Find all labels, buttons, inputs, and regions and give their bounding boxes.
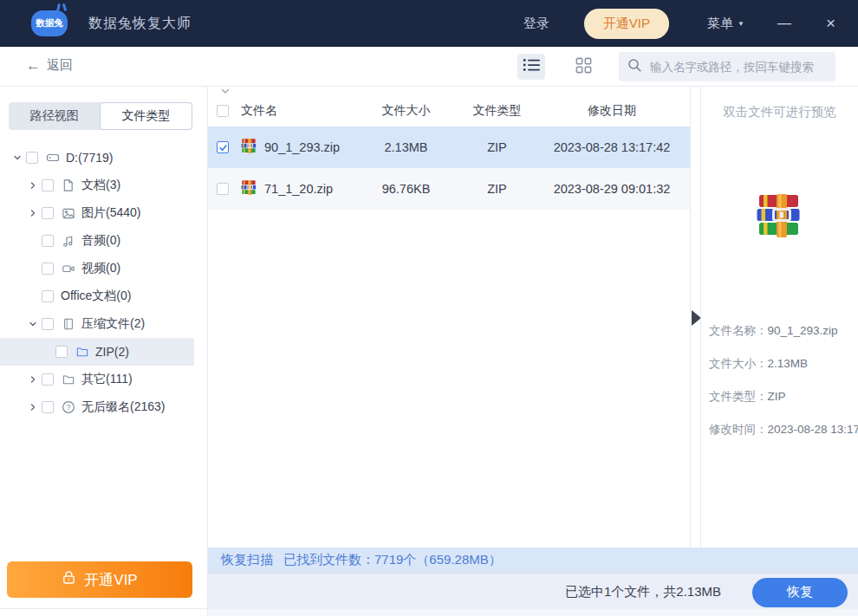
detail-modified-time: 修改时间：2023-08-28 13:17:42 [709, 423, 858, 437]
winrar-preview-icon [757, 194, 803, 241]
tab-file-type[interactable]: 文件类型 [100, 102, 192, 130]
open-vip-pill-button[interactable]: 开通VIP [584, 9, 669, 39]
file-type: ZIP [452, 182, 543, 196]
file-type: ZIP [452, 140, 543, 154]
app-window: 数据兔 数据兔恢复大师 登录 开通VIP 菜单 ▼ — × ← 返回 [0, 0, 858, 616]
tree-item-audio[interactable]: 音频(0) [0, 227, 194, 255]
tree-item-documents[interactable]: 文档(3) [0, 172, 194, 199]
tree-checkbox[interactable] [26, 152, 38, 164]
list-view-icon [523, 58, 541, 75]
video-camera-icon [61, 262, 75, 276]
table-row[interactable]: 90_1_293.zip 2.13MB ZIP 2023-08-28 13:17… [208, 126, 690, 168]
file-name: 90_1_293.zip [264, 140, 340, 154]
drive-icon [45, 151, 60, 165]
file-size: 96.76KB [361, 182, 452, 196]
tree-label: Office文档(0) [61, 289, 131, 304]
select-all-checkbox[interactable] [217, 105, 229, 117]
tree-checkbox[interactable] [42, 179, 54, 191]
app-title: 数据兔恢复大师 [88, 15, 192, 33]
login-button[interactable]: 登录 [523, 16, 549, 32]
chevron-placeholder [26, 262, 40, 276]
chevron-down-icon[interactable] [26, 317, 40, 331]
chevron-placeholder [26, 234, 40, 248]
chevron-down-icon: ▼ [738, 20, 744, 28]
table-header: 文件名 文件大小 文件类型 修改日期 [208, 95, 690, 126]
chevron-right-icon[interactable] [26, 373, 40, 386]
tree-checkbox[interactable] [42, 263, 54, 275]
tree-checkbox[interactable] [42, 290, 54, 302]
open-vip-button[interactable]: 开通VIP [7, 561, 192, 598]
preview-panel: 双击文件可进行预览 文件名称：90_1_293.zip 文件大小：2.13MB … [700, 87, 858, 548]
close-button[interactable]: × [826, 14, 835, 33]
row-checkbox[interactable] [217, 183, 229, 195]
menu-label: 菜单 [707, 16, 733, 32]
tree-checkbox[interactable] [42, 207, 54, 219]
file-name: 71_1_20.zip [264, 182, 333, 196]
list-view-button[interactable] [517, 54, 545, 80]
preview-hint: 双击文件可进行预览 [701, 104, 858, 120]
tree-item-video[interactable]: 视频(0) [0, 255, 194, 282]
file-modified: 2023-08-29 09:01:32 [543, 182, 681, 196]
found-files-text: 已找到文件数：7719个（659.28MB） [283, 552, 502, 568]
back-label: 返回 [47, 57, 73, 74]
search-input[interactable] [648, 60, 827, 75]
search-icon [627, 58, 642, 76]
scroll-up-chevron-icon[interactable] [220, 83, 231, 99]
toolbar: ← 返回 [0, 47, 858, 87]
tab-path-view[interactable]: 路径视图 [9, 102, 100, 130]
music-icon [61, 234, 75, 249]
chevron-right-icon[interactable] [26, 178, 40, 192]
back-button[interactable]: ← 返回 [26, 57, 73, 74]
tree-item-drive-d[interactable]: D:(7719) [0, 144, 194, 172]
folder-icon [61, 373, 75, 387]
tree-checkbox[interactable] [42, 318, 54, 330]
tree-item-images[interactable]: 图片(5440) [0, 199, 194, 227]
detail-file-type: 文件类型：ZIP [709, 390, 858, 404]
app-logo: 数据兔 [31, 10, 68, 36]
column-header-size: 文件大小 [361, 103, 452, 119]
scan-status-label: 恢复扫描 [221, 552, 273, 568]
row-checkbox-checked[interactable] [217, 141, 229, 153]
tree-label: 压缩文件(2) [81, 316, 145, 332]
tree-item-archives[interactable]: 压缩文件(2) [0, 310, 194, 338]
search-box [619, 52, 835, 81]
tree-item-office-docs[interactable]: Office文档(0) [0, 282, 194, 310]
tree-label: D:(7719) [66, 151, 113, 165]
column-header-modified: 修改日期 [543, 103, 681, 119]
file-details: 文件名称：90_1_293.zip 文件大小：2.13MB 文件类型：ZIP 修… [709, 324, 858, 456]
minimize-button[interactable]: — [777, 16, 791, 31]
svg-text:?: ? [66, 403, 70, 412]
tree-checkbox[interactable] [55, 346, 68, 358]
table-row[interactable]: 71_1_20.zip 96.76KB ZIP 2023-08-29 09:01… [208, 168, 690, 210]
recover-button[interactable]: 恢复 [752, 578, 848, 607]
sidebar-tabs: 路径视图 文件类型 [9, 102, 192, 130]
vip-button-label: 开通VIP [84, 570, 137, 590]
column-header-name: 文件名 [241, 103, 361, 119]
chevron-right-icon[interactable] [26, 400, 40, 414]
lock-icon [62, 570, 76, 589]
tree-item-zip[interactable]: ZIP(2) [0, 338, 194, 366]
tree-checkbox[interactable] [42, 373, 54, 386]
logo-text: 数据兔 [36, 17, 63, 29]
menu-button[interactable]: 菜单 ▼ [707, 16, 744, 32]
chevron-down-icon[interactable] [10, 151, 24, 165]
tree-checkbox[interactable] [42, 401, 54, 413]
grid-view-button[interactable] [569, 54, 597, 80]
sidebar: 路径视图 文件类型 D:(7719) 文档(3) [0, 87, 208, 616]
footer-bar: 已选中1个文件，共2.13MB 恢复 [208, 573, 858, 616]
tree-item-others[interactable]: 其它(111) [0, 366, 194, 393]
file-type-tree: D:(7719) 文档(3) 图片(5440) [0, 144, 194, 421]
winrar-file-icon [241, 139, 264, 156]
tree-label: 文档(3) [81, 178, 120, 193]
tree-item-no-extension[interactable]: ? 无后缀名(2163) [0, 393, 194, 421]
chevron-right-icon[interactable] [26, 206, 40, 220]
archive-icon [61, 317, 75, 332]
question-circle-icon: ? [61, 400, 75, 415]
tree-checkbox[interactable] [42, 235, 54, 247]
winrar-file-icon [241, 180, 264, 198]
tree-label: 音频(0) [81, 233, 120, 249]
file-size: 2.13MB [361, 140, 452, 154]
file-table: 文件名 文件大小 文件类型 修改日期 90_1_293.zip 2.13MB Z… [208, 87, 691, 548]
folder-icon [75, 345, 89, 360]
column-header-type: 文件类型 [452, 103, 543, 119]
